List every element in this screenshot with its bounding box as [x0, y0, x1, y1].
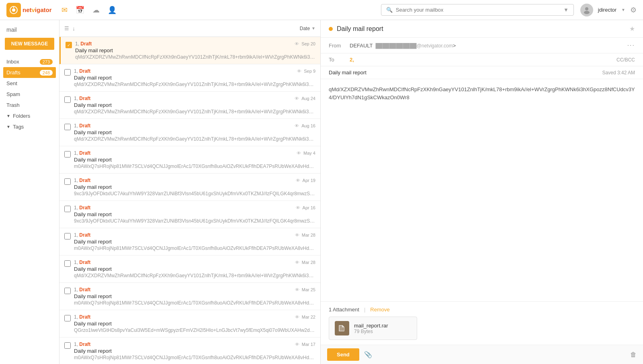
email-row[interactable]: ✓ 1, Draft 👁 Sep 20 Daily mail report qM… [59, 37, 320, 64]
user-name[interactable]: jdirector [598, 7, 616, 13]
sidebar-item-sent[interactable]: Sent [0, 78, 59, 89]
email-checkbox[interactable] [64, 206, 71, 212]
email-checkbox[interactable] [64, 178, 71, 185]
email-row[interactable]: 1, Draft 👁 Mar 25 Daily mail report m0AW… [59, 283, 320, 310]
sidebar-item-trash[interactable]: Trash [0, 100, 59, 110]
list-filter-icon[interactable]: ☰ [64, 25, 69, 31]
email-subject: Daily mail report [74, 266, 315, 272]
email-content: 1, Draft 👁 Mar 25 Daily mail report m0AW… [74, 287, 315, 306]
email-row[interactable]: 1, Draft 👁 Apr 16 Daily mail report 9xc3… [59, 201, 320, 228]
email-content: 1, Draft 👁 Mar 22 Daily mail report QGrz… [74, 314, 315, 333]
new-message-button[interactable]: NEW MESSAGE [5, 38, 54, 50]
email-checkbox[interactable] [64, 96, 71, 103]
email-checkbox[interactable] [64, 342, 71, 349]
email-sender: 1, Draft [74, 178, 90, 183]
email-date: May 4 [303, 151, 315, 155]
sort-label[interactable]: Date [300, 26, 310, 31]
email-row[interactable]: 1, Draft 👁 Mar 22 Daily mail report QGrz… [59, 310, 320, 337]
drafts-count: 248 [40, 70, 53, 76]
sidebar-folders[interactable]: ▼ Folders [0, 110, 59, 121]
eye-icon: 👁 [297, 69, 301, 74]
user-dropdown-icon[interactable]: ▼ [621, 8, 625, 12]
email-preview: m0AWxQ7sHRojNp81MWr7SCLVd4QCNJJgmolErAc1… [74, 164, 315, 169]
cloud-nav-icon[interactable]: ☁ [92, 6, 100, 14]
email-row[interactable]: 1, Draft 👁 Aug 24 Daily mail report qMd/… [59, 92, 320, 119]
eye-icon: 👁 [297, 151, 301, 155]
email-detail: Daily mail report ★ From DEFAULT ███████… [321, 20, 643, 364]
attachment-file[interactable]: mail_report.rar 79 Bytes [329, 317, 417, 340]
eye-icon: 👁 [295, 233, 299, 237]
send-button[interactable]: Send [327, 348, 359, 361]
drafts-label: Drafts [6, 70, 40, 76]
email-date: Sep 9 [304, 69, 315, 74]
user-area: jdirector ▼ ⚙ [580, 4, 637, 16]
contacts-nav-icon[interactable]: 👤 [108, 6, 117, 14]
tags-label: Tags [13, 124, 24, 130]
email-list: ☰ ↓ Date ▼ ✓ 1, Draft 👁 Sep 20 Daily mai… [59, 20, 321, 364]
svg-point-4 [584, 11, 590, 14]
email-preview: qMd/XZXDRZVMwZhRwnMDCIfNcRpFzXKh9nGaeyYV… [74, 109, 315, 115]
email-checkbox[interactable]: ✓ [66, 42, 72, 48]
trash-button[interactable]: 🗑 [630, 351, 637, 358]
email-row[interactable]: 1, Draft 👁 Apr 19 Daily mail report 9xc3… [59, 174, 320, 201]
email-checkbox[interactable] [64, 69, 71, 76]
eye-icon: 👁 [295, 315, 299, 319]
email-row[interactable]: 1, Draft 👁 Aug 16 Daily mail report qMd/… [59, 119, 320, 146]
detail-header: Daily mail report ★ [321, 20, 643, 38]
email-sender: 1, Draft [74, 68, 90, 74]
svg-point-3 [585, 7, 588, 10]
email-checkbox[interactable] [64, 315, 71, 321]
email-sender: 1, Draft [74, 342, 90, 347]
more-actions-button[interactable]: ··· [627, 42, 635, 49]
email-row[interactable]: 1, Draft 👁 Sep 9 Daily mail report qMd/X… [59, 64, 320, 92]
detail-subject: Daily mail report Saved 3:42 AM [321, 66, 643, 79]
email-row[interactable]: 1, Draft 👁 May 4 Daily mail report m0AWx… [59, 146, 320, 174]
email-sender: 1, Draft [74, 123, 90, 129]
list-action-icon[interactable]: ↓ [72, 25, 75, 32]
email-checkbox[interactable] [64, 288, 71, 294]
email-row[interactable]: 1, Draft 👁 Mar 17 Daily mail report m0AW… [59, 337, 320, 364]
email-content: 1, Draft 👁 Mar 28 Daily mail report m0AW… [74, 232, 315, 251]
email-subject: Daily mail report [74, 184, 315, 190]
email-content: 1, Draft 👁 Aug 16 Daily mail report qMd/… [74, 123, 315, 142]
email-date: Apr 16 [303, 205, 315, 210]
email-top: 1, Draft 👁 Mar 28 [74, 232, 315, 238]
search-input[interactable] [396, 7, 560, 13]
attach-icon[interactable]: 📎 [364, 351, 372, 358]
email-top: 1, Draft 👁 Mar 28 [74, 260, 315, 265]
cc-bcc-toggle[interactable]: CC/BCC [616, 57, 635, 63]
settings-icon[interactable]: ⚙ [630, 6, 637, 14]
email-preview: m0AWxQ7sHRojNp81MWr7SCLVd4QCNJJgmolErAc1… [74, 355, 315, 360]
remove-attachment-link[interactable]: Remove [370, 307, 389, 313]
subject-text: Daily mail report [329, 70, 602, 76]
email-preview: m0AWxQ7sHRojNp81MWr7SCLVd4QCNJJgmolErAc1… [74, 245, 315, 251]
email-subject: Daily mail report [75, 47, 315, 53]
logo-icon [6, 3, 21, 17]
eye-icon: 👁 [296, 178, 300, 183]
detail-to: To 2, CC/BCC [321, 53, 643, 66]
mail-nav-icon[interactable]: ✉ [61, 6, 68, 14]
sidebar: mail NEW MESSAGE Inbox 273 Drafts 248 Se… [0, 20, 59, 364]
eye-icon: 👁 [296, 205, 300, 210]
email-row[interactable]: 1, Draft 👁 Mar 28 Daily mail report qMd/… [59, 256, 320, 283]
detail-star-icon[interactable]: ★ [629, 25, 635, 33]
email-checkbox[interactable] [64, 151, 71, 157]
search-dropdown-icon[interactable]: ▼ [563, 7, 569, 13]
sidebar-tags[interactable]: ▼ Tags [0, 121, 59, 132]
email-subject: Daily mail report [74, 239, 315, 245]
sidebar-item-inbox[interactable]: Inbox 273 [0, 56, 59, 67]
attachment-header: 1 Attachment | Remove [329, 307, 635, 313]
email-checkbox[interactable] [64, 124, 71, 130]
email-preview: QGrzo1lweVtGtHDs8pvYaCul3W5Ed+mWSgpyzrEF… [74, 327, 315, 333]
email-row[interactable]: 1, Draft 👁 Mar 28 Daily mail report m0AW… [59, 228, 320, 256]
user-avatar[interactable] [580, 4, 593, 16]
email-checkbox[interactable] [64, 260, 71, 267]
sidebar-item-spam[interactable]: Spam [0, 89, 59, 100]
email-checkbox[interactable] [64, 233, 71, 239]
calendar-nav-icon[interactable]: 📅 [76, 6, 84, 14]
email-subject: Daily mail report [74, 348, 315, 354]
sidebar-item-drafts[interactable]: Drafts 248 [3, 67, 56, 78]
to-label: To [329, 57, 345, 63]
inbox-count: 273 [40, 59, 53, 65]
sort-arrow-icon[interactable]: ▼ [311, 26, 315, 31]
